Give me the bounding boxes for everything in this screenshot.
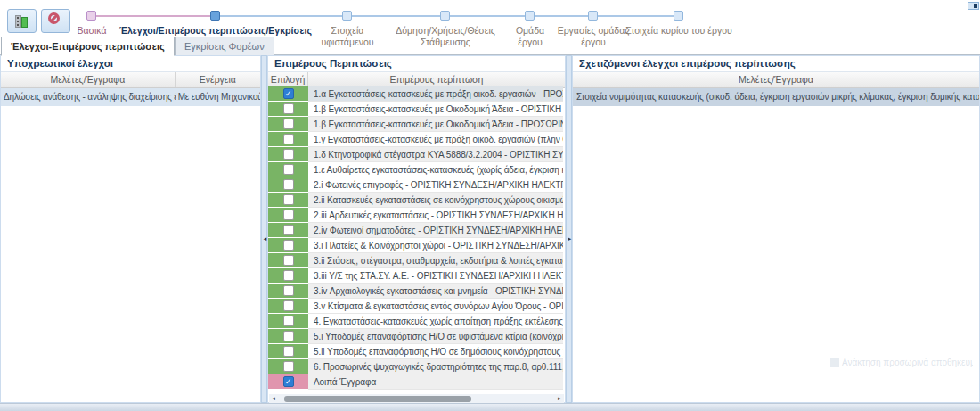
column-header-documents[interactable]: Μελέτες/Έγγραφα (1, 72, 176, 87)
case-checkbox[interactable] (283, 285, 294, 296)
case-checkbox[interactable] (283, 164, 294, 175)
splitter-right[interactable]: ► (566, 55, 572, 403)
related-checks-header: Μελέτες/Έγγραφα (573, 72, 979, 88)
case-row[interactable]: 3.v Κτίσματα & εγκαταστάσεις εντός συνόρ… (268, 299, 563, 314)
case-row[interactable]: 1.ε Αυθαίρετες εγκαταστάσεις-κατασκευές … (268, 162, 563, 177)
select-cell (268, 177, 308, 193)
scrollbar-thumb[interactable] (284, 396, 471, 402)
case-row[interactable]: 3.iv Αρχαιολογικές εγκαταστάσεις και μνη… (268, 284, 563, 299)
select-cell (268, 193, 308, 208)
checklist-button[interactable] (7, 9, 37, 33)
case-row[interactable]: 5.i Υποδομές επαναφόρτισης Η/Ο σε υφιστά… (268, 329, 563, 344)
case-row[interactable]: 1.β Εγκαταστάσεις-κατασκευές με Οικοδομι… (268, 102, 563, 117)
case-checkbox[interactable]: ✓ (283, 376, 294, 387)
tab-agency-approvals[interactable]: Εγκρίσεις Φορέων (175, 37, 274, 55)
case-label: Λοιπά Έγγραφα (308, 374, 563, 390)
step-marker-7[interactable] (674, 11, 683, 21)
step-marker-2[interactable] (210, 11, 220, 21)
case-checkbox[interactable] (283, 346, 294, 357)
step-marker-4[interactable] (440, 11, 450, 21)
column-header-documents-right[interactable]: Μελέτες/Έγγραφα (573, 72, 979, 87)
case-checkbox[interactable] (283, 134, 294, 144)
case-label: 1.β Εγκαταστάσεις-κατασκευές με Οικοδομι… (308, 117, 563, 132)
case-label: 1.ε Αυθαίρετες εγκαταστάσεις-κατασκευές … (308, 162, 563, 177)
case-checkbox[interactable] (283, 194, 294, 205)
case-row[interactable]: 3.ii Στάσεις, στέγαστρα, σταθμαρχεία, εκ… (268, 253, 563, 268)
mandatory-checks-panel: Υποχρεωτικοί έλεγχοι Μελέτες/Έγγραφα Ενέ… (0, 55, 261, 403)
case-row[interactable]: 1.δ Κτηνοτροφικά στέγαστρα ΚΥΑ 5888/3.2.… (268, 147, 563, 162)
case-label: 3.ii Στάσεις, στέγαστρα, σταθμαρχεία, εκ… (308, 253, 563, 268)
case-row[interactable]: 2.iv Φωτεινοί σηματοδότες - ΟΡΙΣΤΙΚΗ ΣΥΝ… (268, 223, 563, 238)
application-window: Βασικά Στοιχεία Έλεγχοι/Επιμέρους περιπτ… (0, 0, 980, 411)
case-label: 3.v Κτίσματα & εγκαταστάσεις εντός συνόρ… (308, 299, 563, 314)
document-cell: Στοιχεία νομιμότητας κατασκευής (οικοδ. … (573, 88, 979, 106)
case-label: 3.iv Αρχαιολογικές εγκαταστάσεις και μνη… (308, 284, 563, 299)
case-row[interactable]: 3.iii Υ/Σ της ΣΤΑ.ΣΥ. Α.Ε. - ΟΡΙΣΤΙΚΗ ΣΥ… (268, 268, 563, 284)
case-checkbox[interactable] (283, 255, 294, 266)
case-row[interactable]: ✓Λοιπά Έγγραφα (268, 374, 563, 390)
tabstrip: Έλεγχοι-Επιμέρους περιπτώσεις Εγκρίσεις … (0, 36, 980, 55)
case-row[interactable]: 2.i Φωτεινές επιγραφές - ΟΡΙΣΤΙΚΗ ΣΥΝΔΕΣ… (268, 177, 563, 193)
column-header-select[interactable]: Επιλογή (268, 72, 308, 87)
case-checkbox[interactable] (283, 240, 294, 251)
column-header-action[interactable]: Ενέργεια (176, 72, 260, 87)
select-cell: ✓ (268, 374, 308, 390)
case-row[interactable]: 5.ii Υποδομές επαναφόρτισης Η/Ο σε δημόσ… (268, 344, 563, 359)
select-cell (268, 253, 308, 268)
case-checkbox[interactable] (283, 149, 294, 160)
scrollbar-track[interactable] (278, 395, 555, 403)
case-row[interactable]: ✓1.α Εγκαταστάσεις-κατασκευές με πράξη ο… (268, 86, 563, 102)
case-checkbox[interactable] (283, 331, 294, 341)
ghost-icon (830, 358, 839, 367)
case-row[interactable]: 1.β Εγκαταστάσεις-κατασκευές με Οικοδομι… (268, 117, 563, 132)
case-checkbox[interactable] (283, 270, 294, 281)
stepper-line-completed (92, 15, 216, 17)
select-cell (268, 299, 308, 314)
step-marker-3[interactable] (342, 11, 352, 21)
select-cell (268, 102, 308, 117)
step-marker-1[interactable] (86, 11, 96, 21)
case-row[interactable]: 4. Εγκαταστάσεις-κατασκευές χωρίς απαίτη… (268, 314, 563, 329)
case-row[interactable]: 3.i Πλατείες & Κοινόχρηστοι χώροι - ΟΡΙΣ… (268, 238, 563, 253)
case-checkbox[interactable] (283, 179, 294, 190)
case-row[interactable]: 1.γ Εγκαταστάσεις-κατασκευές με πράξη οι… (268, 132, 563, 147)
related-checks-title: Σχετιζόμενοι έλεγχοι επιμέρους περίπτωση… (573, 56, 979, 72)
case-checkbox[interactable]: ✓ (283, 88, 294, 99)
case-row[interactable]: 2.iii Αρδευτικές εγκαταστάσεις - ΟΡΙΣΤΙΚ… (268, 208, 563, 223)
mandatory-checks-rows: Δηλώσεις ανάθεσης - ανάληψης διαχείρισης… (1, 88, 260, 106)
case-checkbox[interactable] (283, 103, 294, 114)
case-row[interactable]: 6. Προσωρινές ψυχαγωγικές δραστηριότητες… (268, 359, 563, 374)
case-checkbox[interactable] (283, 119, 294, 129)
bottom-edge-strip (0, 403, 980, 411)
case-checkbox[interactable] (283, 300, 294, 311)
case-checkbox[interactable] (283, 361, 294, 372)
select-cell: ✓ (268, 86, 308, 102)
select-cell (268, 162, 308, 177)
case-label: 1.δ Κτηνοτροφικά στέγαστρα ΚΥΑ 5888/3.2.… (308, 147, 563, 162)
step-marker-6[interactable] (588, 11, 598, 21)
subcases-panel: Επιμέρους Περιπτώσεις Επιλογή Επιμέρους … (267, 55, 566, 403)
related-check-row[interactable]: Στοιχεία νομιμότητας κατασκευής (οικοδ. … (573, 88, 979, 106)
action-cell: Με ευθύνη Μηχανικού (176, 88, 260, 106)
select-cell (268, 284, 308, 299)
case-label: 2.ii Κατασκευές-εγκαταστάσεις σε κοινόχρ… (308, 193, 563, 208)
related-checks-rows: Στοιχεία νομιμότητας κατασκευής (οικοδ. … (573, 88, 979, 106)
mandatory-check-row[interactable]: Δηλώσεις ανάθεσης - ανάληψης διαχείρισης… (1, 88, 260, 106)
case-row[interactable]: 2.ii Κατασκευές-εγκαταστάσεις σε κοινόχρ… (268, 193, 563, 208)
splitter-left[interactable]: ◄ (261, 55, 267, 403)
step-label-7[interactable]: Στοιχεία κυρίου του έργου (612, 25, 746, 37)
mandatory-checks-title: Υποχρεωτικοί έλεγχοι (1, 56, 260, 72)
cancel-icon (48, 12, 60, 24)
column-header-subcase[interactable]: Επιμέρους περίπτωση (308, 72, 565, 87)
tab-checks-subcases[interactable]: Έλεγχοι-Επιμέρους περιπτώσεις (1, 37, 175, 56)
document-cell: Δηλώσεις ανάθεσης - ανάληψης διαχείρισης… (1, 88, 176, 106)
case-checkbox[interactable] (283, 316, 294, 326)
case-checkbox[interactable] (283, 225, 294, 235)
select-cell (268, 268, 308, 284)
step-marker-5[interactable] (525, 11, 535, 21)
select-cell (268, 344, 308, 359)
select-cell (268, 132, 308, 147)
corner-mini-button[interactable] (968, 2, 979, 10)
case-checkbox[interactable] (283, 210, 294, 220)
mandatory-checks-header: Μελέτες/Έγγραφα Ενέργεια (1, 72, 260, 88)
